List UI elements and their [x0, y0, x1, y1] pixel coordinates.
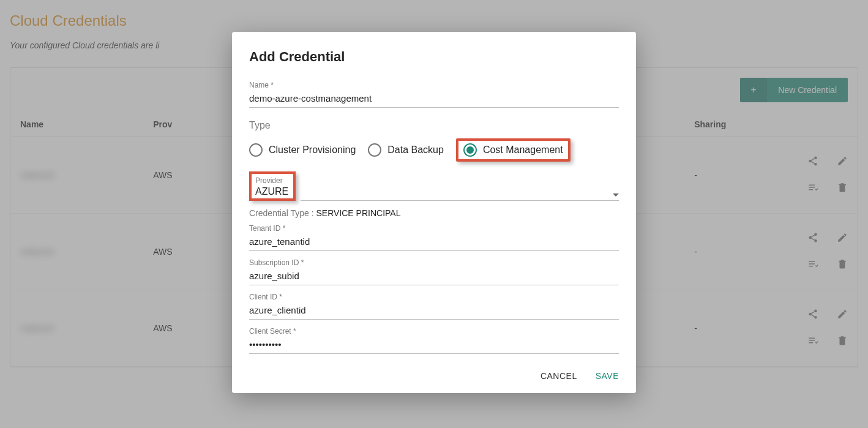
- radio-icon: [368, 143, 381, 157]
- provider-label: Provider: [255, 176, 288, 185]
- name-label: Name *: [249, 81, 619, 89]
- type-label: Type: [249, 120, 619, 131]
- radio-label: Cluster Provisioning: [269, 145, 356, 156]
- provider-select[interactable]: [301, 180, 619, 201]
- radio-cluster-provisioning[interactable]: Cluster Provisioning: [249, 143, 356, 157]
- tenant-id-input[interactable]: [249, 234, 619, 251]
- add-credential-dialog: Add Credential Name * Type Cluster Provi…: [232, 32, 636, 393]
- client-secret-input[interactable]: [249, 337, 619, 354]
- provider-value: AZURE: [255, 186, 288, 197]
- subscription-id-input[interactable]: [249, 268, 619, 285]
- credential-type-value: SERVICE PRINCIPAL: [316, 208, 400, 218]
- tenant-id-label: Tenant ID *: [249, 224, 619, 233]
- radio-icon: [249, 143, 263, 157]
- cancel-button[interactable]: CANCEL: [541, 371, 577, 381]
- radio-icon: [463, 143, 477, 157]
- client-secret-label: Client Secret *: [249, 327, 619, 336]
- radio-data-backup[interactable]: Data Backup: [368, 143, 444, 157]
- radio-label: Data Backup: [387, 145, 444, 156]
- highlight-cost-management: Cost Management: [456, 138, 571, 162]
- credential-type-line: Credential Type : SERVICE PRINCIPAL: [249, 208, 619, 218]
- modal-overlay[interactable]: Add Credential Name * Type Cluster Provi…: [0, 0, 868, 428]
- client-id-label: Client ID *: [249, 293, 619, 301]
- name-input[interactable]: [249, 91, 619, 108]
- radio-cost-management[interactable]: Cost Management: [463, 143, 563, 157]
- client-id-input[interactable]: [249, 302, 619, 320]
- subscription-id-label: Subscription ID *: [249, 258, 619, 267]
- dialog-title: Add Credential: [249, 49, 619, 65]
- highlight-provider: Provider AZURE: [249, 171, 296, 201]
- chevron-down-icon: [613, 193, 619, 197]
- save-button[interactable]: SAVE: [596, 371, 619, 381]
- radio-label: Cost Management: [483, 145, 563, 156]
